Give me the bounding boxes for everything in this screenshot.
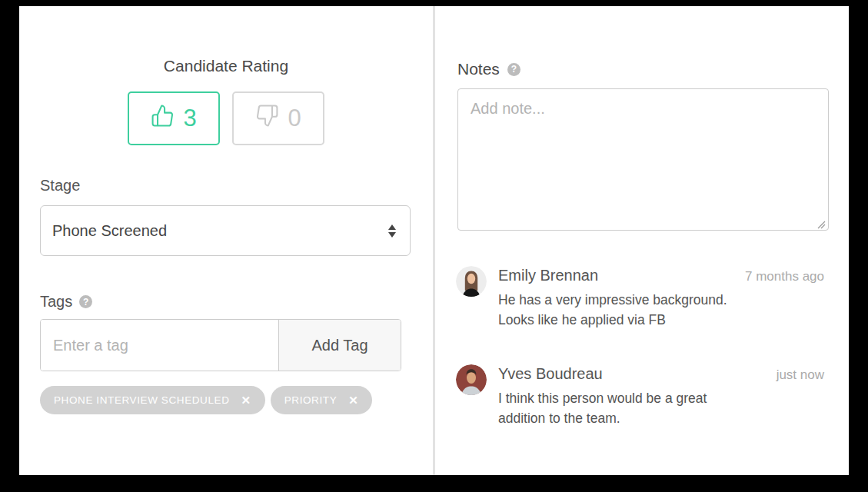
stage-select-value: Phone Screened xyxy=(52,222,167,240)
select-updown-icon xyxy=(388,224,396,238)
remove-tag-icon[interactable]: ✕ xyxy=(241,394,251,406)
note-entry: Yves Boudreau just now I think this pers… xyxy=(456,363,824,428)
note-author: Yves Boudreau xyxy=(498,363,824,383)
notes-help-icon[interactable]: ? xyxy=(507,63,520,76)
resize-grip-icon[interactable] xyxy=(816,218,826,228)
notes-header: Notes ? xyxy=(457,60,520,78)
stage-label-text: Stage xyxy=(40,177,80,194)
notes-title: Notes xyxy=(457,60,500,78)
tag-input-group: Add Tag xyxy=(40,319,401,371)
avatar-emily-brennan xyxy=(456,266,487,297)
candidate-rating-panel: Candidate Rating 3 0 Stage Phone Screene… xyxy=(19,6,433,475)
note-timestamp: 7 months ago xyxy=(745,269,824,284)
note-entry: Emily Brennan 7 months ago He has a very… xyxy=(456,264,824,330)
tag-pill-phone-interview-scheduled: PHONE INTERVIEW SCHEDULED ✕ xyxy=(40,386,265,414)
tag-pill-priority: PRIORITY ✕ xyxy=(271,386,373,414)
rating-buttons-row: 3 0 xyxy=(19,91,433,145)
tag-input[interactable] xyxy=(41,320,278,371)
tags-label: Tags ? xyxy=(40,293,92,311)
thumbs-down-button[interactable]: 0 xyxy=(232,91,324,145)
candidate-detail-screen: { "rating": { "title": "Candidate Rating… xyxy=(0,0,868,492)
tag-pill-label: PRIORITY xyxy=(284,394,338,406)
thumbs-up-button[interactable]: 3 xyxy=(128,91,220,145)
avatar-yves-boudreau xyxy=(456,364,487,395)
tag-pill-list: PHONE INTERVIEW SCHEDULED ✕ PRIORITY ✕ xyxy=(40,386,372,414)
tags-label-text: Tags xyxy=(40,293,72,311)
note-input[interactable] xyxy=(457,88,829,231)
tag-pill-label: PHONE INTERVIEW SCHEDULED xyxy=(54,394,230,406)
candidate-rating-title: Candidate Rating xyxy=(19,57,433,75)
remove-tag-icon[interactable]: ✕ xyxy=(348,394,358,406)
thumbs-down-count: 0 xyxy=(288,105,301,132)
note-textarea-wrap xyxy=(457,88,829,231)
stage-select[interactable]: Phone Screened xyxy=(40,205,411,256)
note-timestamp: just now xyxy=(777,367,824,383)
stage-label: Stage xyxy=(40,177,80,194)
thumbs-down-icon xyxy=(255,104,279,134)
thumbs-up-icon xyxy=(151,104,175,134)
notes-panel: Notes ? Emily Brennan 7 months ago He ha… xyxy=(435,6,849,475)
note-text: He has a very impressive background. Loo… xyxy=(498,290,730,330)
tags-help-icon[interactable]: ? xyxy=(79,295,92,308)
add-tag-button[interactable]: Add Tag xyxy=(278,320,401,371)
thumbs-up-count: 3 xyxy=(183,105,196,132)
note-text: I think this person would be a great add… xyxy=(498,388,730,428)
